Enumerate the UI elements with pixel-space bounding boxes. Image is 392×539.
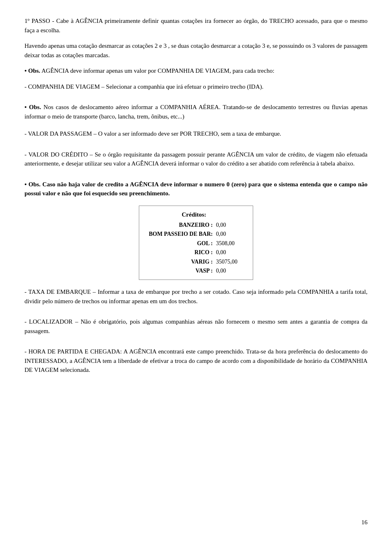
credit-label-gol: GOL : [147,239,213,248]
credit-label-rico: RICO : [147,248,213,257]
credit-table: Créditos: BANZEIRO : 0,00 BOM PASSEIO DE… [139,206,253,280]
credit-label-vasp: VASP : [147,266,213,275]
paragraph-3-text: AGÊNCIA deve informar apenas um valor po… [40,67,274,74]
credit-value-varig: 35075,00 [216,257,241,266]
page-number: 16 [361,518,368,527]
main-content: 1º PASSO - Cabe à AGÊNCIA primeiramente … [24,16,368,375]
paragraph-6-text: - VALOR DA PASSAGEM – O valor a ser info… [24,130,281,137]
paragraph-3: • Obs. AGÊNCIA deve informar apenas um v… [24,66,368,76]
paragraph-5-obs-label: • Obs. [24,104,41,110]
credit-value-vasp: 0,00 [216,266,241,275]
paragraph-3-obs-label: • Obs. [24,67,40,74]
paragraph-1-text: 1º PASSO - Cabe à AGÊNCIA primeiramente … [24,18,368,34]
credit-label-varig: VARIG : [147,257,213,266]
paragraph-4: - COMPANHIA DE VIAGEM – Selecionar a com… [24,82,368,92]
paragraph-6: - VALOR DA PASSAGEM – O valor a ser info… [24,129,368,139]
credit-table-title: Créditos: [147,210,241,219]
credit-value-gol: 3508,00 [216,239,241,248]
paragraph-8-obs-label: • Obs. [24,181,40,188]
paragraph-5-text: Nos casos de deslocamento aéreo informar… [24,104,368,120]
credit-row-rico: RICO : 0,00 [147,248,241,257]
paragraph-11: - HORA DE PARTIDA E CHEGADA: A AGÊNCIA e… [24,347,368,375]
paragraph-5: • Obs. Nos casos de deslocamento aéreo i… [24,103,368,121]
paragraph-7: - VALOR DO CRÉDITO – Se o órgão requisit… [24,150,368,168]
credit-row-varig: VARIG : 35075,00 [147,257,241,266]
paragraph-9-text: - TAXA DE EMBARQUE – Informar a taxa de … [24,289,368,304]
paragraph-11-text: - HORA DE PARTIDA E CHEGADA: A AGÊNCIA e… [24,348,368,373]
paragraph-8-bold: Caso não haja valor de credito a AGÊNCIA… [24,181,368,197]
credit-row-vasp: VASP : 0,00 [147,266,241,275]
paragraph-9: - TAXA DE EMBARQUE – Informar a taxa de … [24,287,368,306]
credit-value-bom-passeio: 0,00 [216,230,241,239]
paragraph-10: - LOCALIZADOR – Não é obrigatório, pois … [24,317,368,335]
paragraph-4-text: - COMPANHIA DE VIAGEM – Selecionar a com… [24,83,263,90]
credit-label-bom-passeio: BOM PASSEIO DE BAR: [147,230,213,239]
paragraph-2: Havendo apenas uma cotação desmarcar as … [24,41,368,60]
credit-value-banzeiro: 0,00 [216,221,241,230]
credit-row-gol: GOL : 3508,00 [147,239,241,248]
paragraph-10-text: - LOCALIZADOR – Não é obrigatório, pois … [24,318,368,334]
credit-label-banzeiro: BANZEIRO : [147,221,213,230]
credit-row-banzeiro: BANZEIRO : 0,00 [147,221,241,230]
credit-table-wrapper: Créditos: BANZEIRO : 0,00 BOM PASSEIO DE… [24,206,368,280]
paragraph-1: 1º PASSO - Cabe à AGÊNCIA primeiramente … [24,16,368,35]
paragraph-2-text: Havendo apenas uma cotação desmarcar as … [24,42,368,58]
paragraph-8: • Obs. Caso não haja valor de credito a … [24,180,368,198]
credit-row-bom-passeio: BOM PASSEIO DE BAR: 0,00 [147,230,241,239]
credit-value-rico: 0,00 [216,248,241,257]
paragraph-7-text: - VALOR DO CRÉDITO – Se o órgão requisit… [24,151,368,167]
